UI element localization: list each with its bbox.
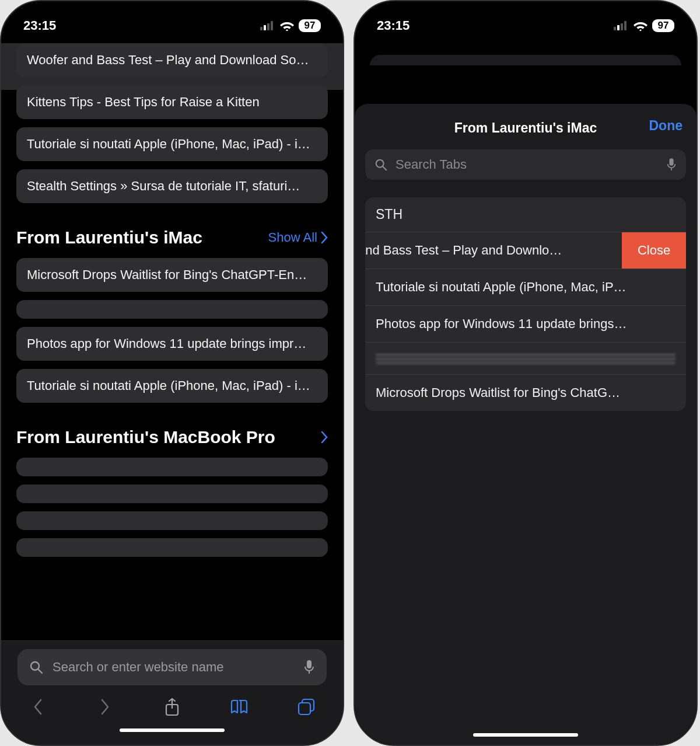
tab-row[interactable]: Microsoft Drops Waitlist for Bing's Chat…	[365, 374, 686, 411]
chevron-right-icon	[321, 431, 328, 443]
svg-rect-10	[299, 703, 310, 714]
tab-row[interactable]	[365, 342, 686, 374]
share-button[interactable]	[162, 697, 182, 717]
svg-rect-14	[624, 21, 626, 30]
svg-rect-2	[267, 23, 270, 30]
svg-rect-13	[621, 23, 623, 30]
tab-row[interactable]: Tutoriale si noutati Apple (iPhone, Mac,…	[365, 269, 686, 305]
status-time: 23:15	[23, 18, 56, 33]
tab-group-label: STH	[365, 197, 686, 232]
safari-bottom-bar: Search or enter website name	[1, 640, 343, 745]
search-icon	[374, 158, 387, 171]
tab-item[interactable]: Photos app for Windows 11 update brings …	[16, 327, 328, 361]
home-indicator[interactable]	[120, 728, 225, 732]
tabs-button[interactable]	[296, 697, 316, 717]
address-bar[interactable]: Search or enter website name	[18, 649, 327, 685]
tab-item[interactable]: Kittens Tips - Best Tips for Raise a Kit…	[16, 85, 328, 119]
svg-rect-12	[617, 25, 620, 30]
search-tabs-input[interactable]: Search Tabs	[365, 149, 686, 180]
tab-row-label: Tutoriale si noutati Apple (iPhone, Mac,…	[376, 280, 626, 294]
show-all-button[interactable]: Show All	[268, 230, 328, 245]
svg-rect-17	[669, 158, 673, 166]
safari-start-page[interactable]: Woofer and Bass Test – Play and Download…	[1, 43, 343, 640]
tab-row-label: Photos app for Windows 11 update brings…	[376, 316, 626, 331]
search-placeholder: Search Tabs	[396, 157, 658, 172]
svg-rect-0	[260, 27, 262, 30]
mic-icon[interactable]	[666, 158, 677, 172]
chevron-right-icon	[321, 232, 328, 243]
forward-button[interactable]	[95, 697, 115, 717]
cellular-icon	[614, 21, 629, 30]
wifi-icon	[634, 20, 648, 31]
tab-item[interactable]	[16, 511, 328, 530]
tab-item[interactable]: Stealth Settings » Sursa de tutoriale IT…	[16, 169, 328, 203]
tab-item[interactable]	[16, 538, 328, 557]
tab-item[interactable]: Microsoft Drops Waitlist for Bing's Chat…	[16, 258, 328, 292]
svg-line-16	[383, 166, 386, 170]
tab-item[interactable]: Tutoriale si noutati Apple (iPhone, Mac,…	[16, 369, 328, 403]
tab-item[interactable]	[16, 458, 328, 476]
section-title-imac: From Laurentiu's iMac	[16, 228, 202, 247]
cellular-icon	[260, 21, 275, 30]
home-indicator[interactable]	[473, 733, 578, 737]
bookmarks-button[interactable]	[229, 697, 249, 717]
status-time: 23:15	[377, 18, 410, 33]
tab-item[interactable]: Tutoriale si noutati Apple (iPhone, Mac,…	[16, 127, 328, 161]
tab-row-label	[376, 353, 676, 364]
svg-rect-6	[307, 660, 312, 668]
close-tab-button[interactable]: Close	[622, 232, 686, 269]
battery-badge: 97	[652, 19, 674, 32]
tabs-sheet: From Laurentiu's iMac Done Search Tabs S…	[355, 104, 696, 745]
battery-badge: 97	[299, 19, 321, 32]
phone-right: 23:15 97	[354, 0, 698, 746]
tab-row[interactable]: and Bass Test – Play and Downlo…Close	[365, 232, 686, 269]
mic-icon[interactable]	[303, 660, 315, 675]
address-placeholder: Search or enter website name	[52, 660, 294, 675]
tab-item[interactable]: Woofer and Bass Test – Play and Download…	[16, 43, 328, 77]
svg-rect-1	[264, 25, 266, 30]
svg-rect-11	[614, 27, 616, 30]
back-button[interactable]	[28, 697, 48, 717]
background-card-peek	[370, 55, 681, 65]
tab-row-label: Microsoft Drops Waitlist for Bing's Chat…	[376, 385, 620, 400]
sheet-title: From Laurentiu's iMac	[454, 120, 597, 136]
tab-row-label: and Bass Test – Play and Downlo…	[365, 243, 562, 258]
done-button[interactable]: Done	[649, 118, 683, 134]
phone-left: 23:15 97 Woofer and Bass Test – Play and	[0, 0, 344, 746]
wifi-icon	[280, 20, 294, 31]
tab-item[interactable]	[16, 300, 328, 319]
tab-group: STH and Bass Test – Play and Downlo…Clos…	[365, 197, 686, 411]
status-bar: 23:15 97	[355, 1, 696, 43]
tab-row[interactable]: Photos app for Windows 11 update brings…	[365, 305, 686, 342]
status-bar: 23:15 97	[1, 1, 343, 43]
svg-line-5	[38, 670, 43, 674]
tab-item[interactable]	[16, 484, 328, 503]
section-title-macbook: From Laurentiu's MacBook Pro	[16, 427, 275, 447]
svg-rect-3	[271, 21, 273, 30]
search-icon	[29, 660, 43, 674]
show-all-button[interactable]	[321, 431, 328, 443]
